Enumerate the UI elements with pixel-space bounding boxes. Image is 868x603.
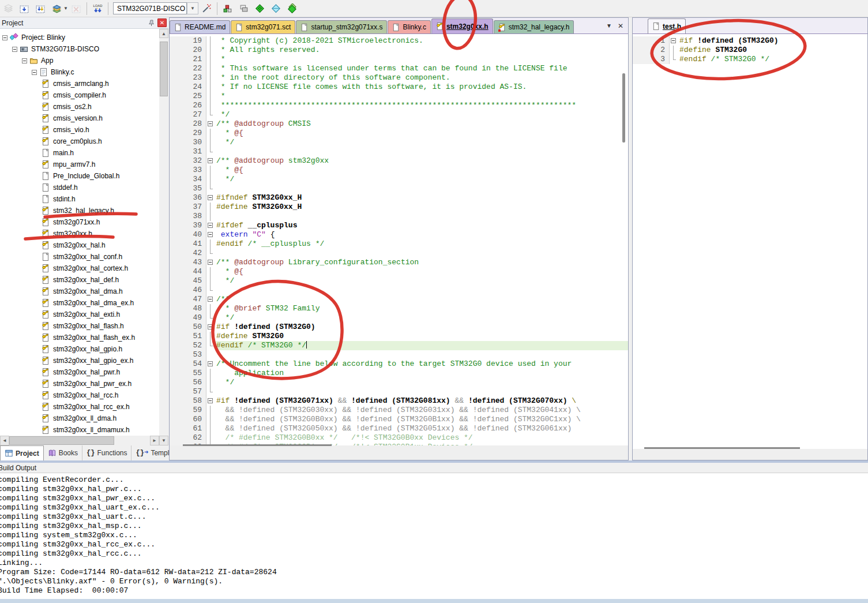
tree-item-stddef-h[interactable]: stddef.h <box>0 182 159 193</box>
tree-item-stm32g071b-disco[interactable]: STM32G071B-DISCO <box>0 43 159 55</box>
tree-item-stm32g0xx-hal-pwr-ex-h[interactable]: stm32g0xx_hal_pwr_ex.h <box>0 378 159 389</box>
secondary-code-editor[interactable]: 1#if !defined (STM32G0)2#define STM32G03… <box>633 34 867 460</box>
editor-vscroll-thumb[interactable] <box>622 73 625 143</box>
tree-item-project-blinky[interactable]: Project: Blinky <box>0 32 159 43</box>
code-text: #endif /* __cplusplus */ <box>215 239 324 249</box>
target-select-dropdown-icon[interactable]: ▼ <box>187 2 198 14</box>
scroll-down-icon[interactable]: ▼ <box>159 436 168 445</box>
vscroll-thumb[interactable] <box>160 42 168 96</box>
fold-collapse-icon[interactable] <box>206 323 215 332</box>
tree-item-cmsis-armclang-h[interactable]: cmsis_armclang.h <box>0 78 159 89</box>
view-tab-books[interactable]: Books <box>44 445 82 460</box>
collapse-icon[interactable] <box>2 35 7 40</box>
secondary-hscroll-thumb[interactable] <box>644 447 800 449</box>
view-tab-functions[interactable]: {}Functions <box>82 445 131 460</box>
code-editor[interactable]: 19 * Copyright (c) 2018-2021 STMicroelec… <box>170 34 628 460</box>
tree-item-stm32g0xx-hal-flash-ex-h[interactable]: stm32g0xx_hal_flash_ex.h <box>0 332 159 343</box>
tab-close-icon[interactable]: ✕ <box>618 22 623 30</box>
target-select[interactable]: STM32G071B-DISCO <box>113 2 187 14</box>
tree-item-stm32g0xx-hal-pwr-h[interactable]: stm32g0xx_hal_pwr.h <box>0 366 159 378</box>
tree-item-stm32g0xx-hal-gpio-ex-h[interactable]: stm32g0xx_hal_gpio_ex.h <box>0 355 159 366</box>
copy-window-icon[interactable] <box>236 2 251 16</box>
tree-item-app[interactable]: App <box>0 55 159 66</box>
tree-item-cmsis-vio-h[interactable]: cmsis_vio.h <box>0 124 159 136</box>
tree-item-stm32g0xx-hal-rcc-h[interactable]: stm32g0xx_hal_rcc.h <box>0 389 159 401</box>
tab-README.md[interactable]: README.md <box>170 20 230 33</box>
tree-item-stm32g0xx-hal-dma-ex-h[interactable]: stm32g0xx_hal_dma_ex.h <box>0 297 159 309</box>
fold-collapse-icon[interactable] <box>206 221 215 230</box>
line-number: 55 <box>170 369 206 378</box>
collapse-icon[interactable] <box>12 47 17 52</box>
collapse-icon[interactable] <box>32 70 37 75</box>
hscroll-thumb[interactable] <box>9 436 114 445</box>
pin-icon[interactable] <box>146 18 156 27</box>
collapse-icon[interactable] <box>22 58 27 63</box>
tree-item-stm32g0xx-hal-exti-h[interactable]: stm32g0xx_hal_exti.h <box>0 309 159 320</box>
tab-stm32_hal_legacy.h[interactable]: stm32_hal_legacy.h <box>494 20 574 33</box>
pack-installer-icon[interactable] <box>269 2 284 16</box>
tree-item-blinky-c[interactable]: Blinky.c <box>0 66 159 78</box>
tree-item-mpu-armv7-h[interactable]: mpu_armv7.h <box>0 159 159 170</box>
rebuild-icon[interactable] <box>33 2 48 16</box>
tab-test.h[interactable]: test.h <box>648 18 686 33</box>
tree-item-stm32-hal-legacy-h[interactable]: stm32_hal_legacy.h <box>0 205 159 216</box>
tree-item-stm32g0xx-hal-h[interactable]: stm32g0xx_hal.h <box>0 239 159 251</box>
fold-collapse-icon[interactable] <box>670 36 678 46</box>
tab-list-dropdown-icon[interactable]: ▼ <box>606 23 612 29</box>
tree-item-label: stm32g071xx.h <box>53 218 100 226</box>
tree-item-stm32g071xx-h[interactable]: stm32g071xx.h <box>0 216 159 228</box>
fold-collapse-icon[interactable] <box>206 396 215 406</box>
tree-item-stm32g0xx-hal-rcc-ex-h[interactable]: stm32g0xx_hal_rcc_ex.h <box>0 401 159 413</box>
tree-item-stm32g0xx-hal-def-h[interactable]: stm32g0xx_hal_def.h <box>0 274 159 286</box>
manage-project-items-icon[interactable] <box>220 2 235 16</box>
scroll-left-icon[interactable]: ◄ <box>0 436 9 445</box>
tree-item-core-cm0plus-h[interactable]: core_cm0plus.h <box>0 136 159 147</box>
tree-item-cmsis-version-h[interactable]: cmsis_version.h <box>0 113 159 124</box>
fold-collapse-icon[interactable] <box>206 258 215 267</box>
key-icon <box>42 160 51 169</box>
build-icon[interactable] <box>17 2 32 16</box>
tab-Blinky.c[interactable]: Blinky.c <box>388 20 430 33</box>
fold-collapse-icon[interactable] <box>206 359 215 369</box>
project-tree[interactable]: Project: BlinkySTM32G071B-DISCOAppBlinky… <box>0 29 159 443</box>
view-tab-project[interactable]: Project <box>0 445 44 460</box>
tab-stm32g0xx.h[interactable]: stm32g0xx.h <box>431 18 493 33</box>
manage-rte-icon[interactable] <box>253 2 268 16</box>
tree-item-cmsis-compiler-h[interactable]: cmsis_compiler.h <box>0 89 159 101</box>
tree-item-stm32g0xx-hal-gpio-h[interactable]: stm32g0xx_hal_gpio.h <box>0 343 159 355</box>
tree-item-main-h[interactable]: main.h <box>0 147 159 159</box>
tree-item-stm32g0xx-hal-dma-h[interactable]: stm32g0xx_hal_dma.h <box>0 286 159 297</box>
tab-startup_stm32g071xx.s[interactable]: startup_stm32g071xx.s <box>296 20 387 33</box>
build-output-log[interactable]: compiling EventRecorder.c...compiling st… <box>0 473 868 595</box>
tree-item-stm32g0xx-hal-cortex-h[interactable]: stm32g0xx_hal_cortex.h <box>0 263 159 274</box>
project-tree-hscrollbar[interactable]: ◄ ► ▼ <box>0 436 168 445</box>
batch-build-icon[interactable] <box>49 2 64 16</box>
load-icon[interactable]: LOAD <box>90 2 105 16</box>
options-target-icon[interactable] <box>199 2 214 16</box>
tree-item-stm32g0xx-hal-flash-h[interactable]: stm32g0xx_hal_flash.h <box>0 320 159 332</box>
manage-packs-icon[interactable] <box>285 2 300 16</box>
tree-item-stm32g0xx-ll-dma-h[interactable]: stm32g0xx_ll_dma.h <box>0 413 159 424</box>
tree-item-pre-include-global-h[interactable]: Pre_Include_Global.h <box>0 170 159 182</box>
editor-hscroll-thumb[interactable] <box>183 444 332 446</box>
scroll-right-icon[interactable]: ► <box>150 436 159 445</box>
tree-item-stm32g0xx-h[interactable]: stm32g0xx.h <box>0 228 159 239</box>
fold-collapse-icon[interactable] <box>206 193 215 203</box>
fold-collapse-icon[interactable] <box>206 295 215 304</box>
close-icon[interactable]: ✕ <box>157 18 167 27</box>
project-tree-vscrollbar[interactable]: ▲ <box>159 29 168 443</box>
code-line-21: 21 * <box>170 55 628 64</box>
fold-collapse-icon[interactable] <box>206 230 215 239</box>
fold-collapse-icon[interactable] <box>206 156 215 166</box>
fold-marker <box>206 147 215 156</box>
fold-marker <box>206 267 215 276</box>
tree-item-stdint-h[interactable]: stdint.h <box>0 193 159 205</box>
tree-item-stm32g0xx-hal-conf-h[interactable]: stm32g0xx_hal_conf.h <box>0 251 159 263</box>
code-line-29: 29 * @{ <box>170 129 628 138</box>
dropdown-caret-icon[interactable]: ▼ <box>63 6 68 11</box>
tab-stm32g071.sct[interactable]: stm32g071.sct <box>231 20 295 33</box>
tree-item-cmsis-os2-h[interactable]: cmsis_os2.h <box>0 101 159 113</box>
scroll-up-icon[interactable]: ▲ <box>159 29 168 38</box>
tree-item-stm32g0xx-ll-dmamux-h[interactable]: stm32g0xx_ll_dmamux.h <box>0 424 159 436</box>
fold-collapse-icon[interactable] <box>206 119 215 129</box>
